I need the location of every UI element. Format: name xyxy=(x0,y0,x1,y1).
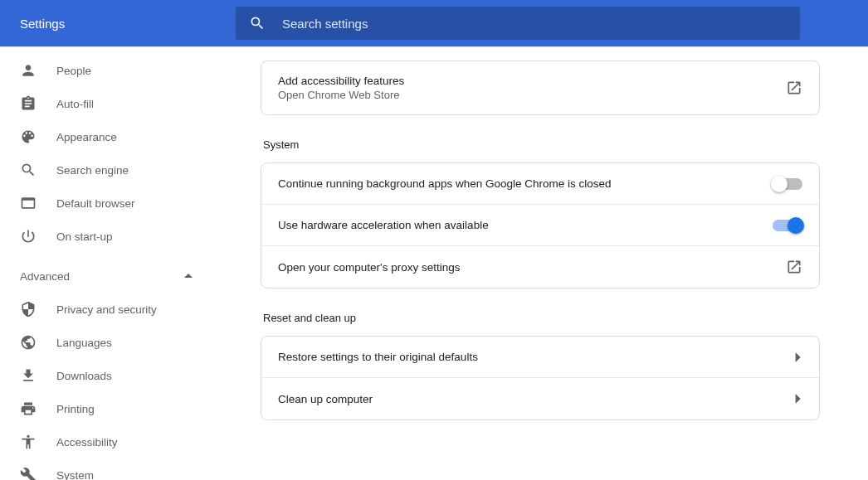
print-icon xyxy=(20,400,37,417)
main-content: Add accessibility features Open Chrome W… xyxy=(212,47,868,480)
download-icon xyxy=(20,367,37,384)
sidebar-item-label: Printing xyxy=(56,403,95,415)
sidebar-item-people[interactable]: People xyxy=(0,54,212,87)
sidebar-item-system[interactable]: System xyxy=(0,458,212,480)
page-title: Settings xyxy=(20,17,236,31)
row-title: Restore settings to their original defau… xyxy=(278,351,792,363)
background-apps-toggle[interactable] xyxy=(773,178,802,190)
sidebar-item-label: Search engine xyxy=(56,164,129,177)
sidebar-item-label: On start-up xyxy=(56,230,113,243)
sidebar-item-label: Privacy and security xyxy=(56,303,157,316)
chevron-right-icon xyxy=(792,352,802,362)
sidebar-item-languages[interactable]: Languages xyxy=(0,326,212,359)
person-icon xyxy=(20,62,37,79)
hardware-accel-row: Use hardware acceleration when available xyxy=(261,205,819,246)
row-title: Continue running background apps when Go… xyxy=(278,177,773,190)
proxy-settings-row[interactable]: Open your computer's proxy settings xyxy=(261,246,819,288)
shield-icon xyxy=(20,301,37,318)
reset-card: Restore settings to their original defau… xyxy=(261,336,820,420)
row-subtitle: Open Chrome Web Store xyxy=(278,89,786,101)
power-icon xyxy=(20,228,37,245)
sidebar-item-label: Appearance xyxy=(56,131,117,143)
cleanup-row[interactable]: Clean up computer xyxy=(261,378,819,419)
section-title-system: System xyxy=(263,138,820,151)
palette-icon xyxy=(20,128,37,145)
sidebar-item-search-engine[interactable]: Search engine xyxy=(0,153,212,187)
external-link-icon xyxy=(786,259,802,275)
accessibility-card: Add accessibility features Open Chrome W… xyxy=(261,61,820,115)
chevron-right-icon xyxy=(792,394,802,404)
sidebar-item-label: Auto-fill xyxy=(56,98,94,110)
sidebar-item-autofill[interactable]: Auto-fill xyxy=(0,87,212,120)
sidebar-item-accessibility[interactable]: Accessibility xyxy=(0,425,212,458)
sidebar-item-label: Accessibility xyxy=(56,436,118,448)
globe-icon xyxy=(20,334,37,351)
row-title: Open your computer's proxy settings xyxy=(278,261,786,274)
autofill-icon xyxy=(20,95,37,112)
restore-defaults-row[interactable]: Restore settings to their original defau… xyxy=(261,337,819,378)
header: Settings xyxy=(0,0,868,46)
sidebar-item-label: Default browser xyxy=(56,197,135,210)
sidebar-item-label: People xyxy=(56,65,91,77)
chevron-up-icon xyxy=(184,272,193,280)
sidebar-item-privacy[interactable]: Privacy and security xyxy=(0,293,212,326)
wrench-icon xyxy=(20,467,37,480)
search-box[interactable] xyxy=(236,7,800,40)
sidebar-item-startup[interactable]: On start-up xyxy=(0,220,212,253)
external-link-icon xyxy=(786,80,802,96)
row-title: Clean up computer xyxy=(278,393,792,405)
sidebar-item-label: System xyxy=(56,469,94,481)
sidebar-item-label: Languages xyxy=(56,337,112,349)
search-input[interactable] xyxy=(282,17,787,31)
add-accessibility-row[interactable]: Add accessibility features Open Chrome W… xyxy=(261,61,819,114)
sidebar-item-downloads[interactable]: Downloads xyxy=(0,359,212,392)
hardware-accel-toggle[interactable] xyxy=(773,220,802,231)
section-title-reset: Reset and clean up xyxy=(263,312,820,324)
browser-icon xyxy=(20,195,37,211)
sidebar-item-label: Downloads xyxy=(56,370,112,382)
background-apps-row: Continue running background apps when Go… xyxy=(261,163,819,205)
row-title: Use hardware acceleration when available xyxy=(278,219,773,231)
search-icon xyxy=(249,15,266,32)
accessibility-icon xyxy=(20,434,37,450)
sidebar: People Auto-fill Appearance Search engin… xyxy=(0,47,212,480)
system-card: Continue running background apps when Go… xyxy=(261,162,820,288)
sidebar-item-printing[interactable]: Printing xyxy=(0,392,212,425)
sidebar-section-label: Advanced xyxy=(20,270,70,283)
sidebar-item-default-browser[interactable]: Default browser xyxy=(0,187,212,220)
sidebar-item-appearance[interactable]: Appearance xyxy=(0,120,212,153)
row-title: Add accessibility features xyxy=(278,75,786,87)
search-icon xyxy=(20,162,37,178)
sidebar-section-advanced[interactable]: Advanced xyxy=(0,259,212,293)
